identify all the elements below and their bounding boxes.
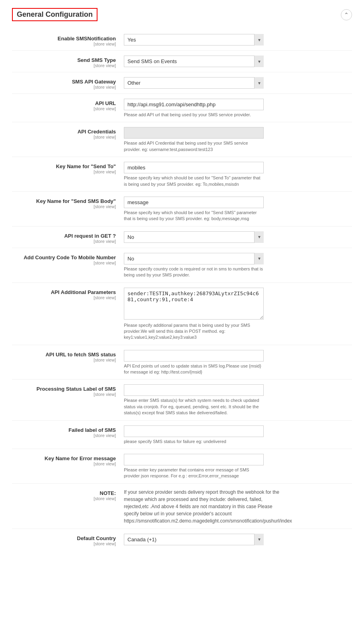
select-api_request_get[interactable]: NoYes xyxy=(124,231,264,243)
label-cell-api_url: API URL[store view] xyxy=(12,98,124,118)
select-default_country[interactable]: Canada (+1)United States (+1)United King… xyxy=(124,534,264,545)
store-view-label-send_sms_type: [store view] xyxy=(12,63,116,68)
field-label-send_sms_type: Send SMS Type xyxy=(12,57,116,63)
field-hint-failed_label_sms: please specify SMS status for failure eg… xyxy=(124,439,264,445)
select-add_country_code[interactable]: NoYes xyxy=(124,253,264,264)
field-cell-failed_label_sms: please specify SMS status for failure eg… xyxy=(124,425,352,445)
store-view-label-failed_label_sms: [store view] xyxy=(12,433,116,438)
form-row-api_url: API URL[store view]Please add API url th… xyxy=(12,94,352,122)
label-cell-enable_sms: Enable SMSNotification[store view] xyxy=(12,33,124,46)
form-row-processing_status_label: Processing Status Label of SMS[store vie… xyxy=(12,380,352,420)
field-cell-note: If your service provider sends delivery … xyxy=(124,488,352,525)
field-cell-processing_status_label: Please enter SMS status(s) for which sys… xyxy=(124,384,352,416)
field-hint-add_country_code: Please specify country code is required … xyxy=(124,266,264,278)
form-row-add_country_code: Add Country Code To Mobile Number[store … xyxy=(12,248,352,283)
label-cell-send_sms_type: Send SMS Type[store view] xyxy=(12,55,124,68)
store-view-label-api_request_get: [store view] xyxy=(12,239,116,244)
store-view-label-key_name_error_message: [store view] xyxy=(12,461,116,466)
select-wrapper-add_country_code: NoYes▾ xyxy=(124,253,264,264)
form-row-sms_api_gateway: SMS API Gateway[store view]OtherTwilioNe… xyxy=(12,72,352,94)
field-hint-key_name_error_message: Please enter key parameter that contains… xyxy=(124,467,264,479)
form-row-api_additional_params: API Additional Parameters[store view]sen… xyxy=(12,283,352,345)
label-cell-api_request_get: API request in GET ?[store view] xyxy=(12,231,124,244)
store-view-label-add_country_code: [store view] xyxy=(12,260,116,265)
password-input-api_credentials[interactable] xyxy=(124,127,264,139)
label-cell-add_country_code: Add Country Code To Mobile Number[store … xyxy=(12,252,124,278)
select-enable_sms[interactable]: YesNo xyxy=(124,34,264,46)
label-cell-key_name_error_message: Key Name for Error message[store view] xyxy=(12,453,124,479)
store-view-label-api_additional_params: [store view] xyxy=(12,295,116,300)
store-view-label-enable_sms: [store view] xyxy=(12,42,116,46)
field-label-key_name_send_sms_body: Key Name for "Send SMS Body" xyxy=(12,198,116,204)
label-cell-key_name_send_to: Key Name for "Send To"[store view] xyxy=(12,161,124,187)
store-view-label-api_url_fetch_status: [store view] xyxy=(12,358,116,362)
select-wrapper-default_country: Canada (+1)United States (+1)United King… xyxy=(124,534,264,545)
field-label-note: NOTE: xyxy=(12,490,116,496)
form-row-api_url_fetch_status: API URL to fetch SMS status[store view]A… xyxy=(12,345,352,380)
field-label-failed_label_sms: Failed label of SMS xyxy=(12,427,116,433)
field-label-api_url: API URL xyxy=(12,100,116,106)
form-row-failed_label_sms: Failed label of SMS[store view]please sp… xyxy=(12,421,352,449)
textarea-api_additional_params[interactable]: sender:TESTIN,authkey:268793ALytxrZI5c94… xyxy=(124,288,264,320)
form-row-default_country: Default Country[store view]Canada (+1)Un… xyxy=(12,529,352,550)
text-input-api_url_fetch_status[interactable] xyxy=(124,350,264,362)
label-cell-failed_label_sms: Failed label of SMS[store view] xyxy=(12,425,124,445)
store-view-label-key_name_send_to: [store view] xyxy=(12,169,116,174)
form-row-key_name_send_to: Key Name for "Send To"[store view]Please… xyxy=(12,157,352,192)
field-hint-key_name_send_to: Please specify key which should be used … xyxy=(124,175,264,187)
text-input-api_url[interactable] xyxy=(124,99,264,110)
store-view-label-api_url: [store view] xyxy=(12,106,116,111)
field-cell-api_credentials: Please add API Credential that being use… xyxy=(124,126,352,153)
label-cell-api_credentials: API Credentials[store view] xyxy=(12,126,124,153)
text-input-failed_label_sms[interactable] xyxy=(124,425,264,437)
field-cell-api_url: Please add API url that being used by yo… xyxy=(124,98,352,118)
select-wrapper-api_request_get: NoYes▾ xyxy=(124,231,264,243)
field-cell-api_request_get: NoYes▾ xyxy=(124,231,352,244)
page-title-wrapper: General Configuration ⌃ xyxy=(12,8,352,21)
store-view-label-sms_api_gateway: [store view] xyxy=(12,85,116,89)
field-cell-api_additional_params: sender:TESTIN,authkey:268793ALytxrZI5c94… xyxy=(124,287,352,341)
general-config-form: Enable SMSNotification[store view]YesNo▾… xyxy=(12,29,352,550)
note-text-note: If your service provider sends delivery … xyxy=(124,489,284,525)
field-label-add_country_code: Add Country Code To Mobile Number xyxy=(12,254,116,260)
label-cell-sms_api_gateway: SMS API Gateway[store view] xyxy=(12,76,124,89)
page-wrapper: General Configuration ⌃ Enable SMSNotifi… xyxy=(0,0,364,566)
field-label-sms_api_gateway: SMS API Gateway xyxy=(12,79,116,85)
field-hint-api_url: Please add API url that being used by yo… xyxy=(124,112,264,118)
text-input-key_name_send_to[interactable] xyxy=(124,162,264,173)
field-hint-processing_status_label: Please enter SMS status(s) for which sys… xyxy=(124,397,264,416)
page-title: General Configuration xyxy=(12,8,97,21)
label-cell-processing_status_label: Processing Status Label of SMS[store vie… xyxy=(12,384,124,416)
field-label-default_country: Default Country xyxy=(12,535,116,541)
text-input-key_name_send_sms_body[interactable] xyxy=(124,197,264,208)
collapse-button[interactable]: ⌃ xyxy=(341,9,352,20)
text-input-key_name_error_message[interactable] xyxy=(124,454,264,465)
field-cell-send_sms_type: Send SMS on EventsSend SMS on Schedule▾ xyxy=(124,55,352,68)
field-hint-api_url_fetch_status: API End points url used to update status… xyxy=(124,363,264,376)
form-row-note: NOTE:[store view]If your service provide… xyxy=(12,484,352,529)
field-label-key_name_send_to: Key Name for "Send To" xyxy=(12,163,116,169)
select-sms_api_gateway[interactable]: OtherTwilioNexmo xyxy=(124,77,264,89)
text-input-processing_status_label[interactable] xyxy=(124,384,264,396)
form-row-send_sms_type: Send SMS Type[store view]Send SMS on Eve… xyxy=(12,51,352,72)
field-cell-sms_api_gateway: OtherTwilioNexmo▾ xyxy=(124,76,352,89)
label-cell-key_name_send_sms_body: Key Name for "Send SMS Body"[store view] xyxy=(12,196,124,222)
field-hint-api_credentials: Please add API Credential that being use… xyxy=(124,140,264,153)
field-label-processing_status_label: Processing Status Label of SMS xyxy=(12,386,116,392)
field-label-api_credentials: API Credentials xyxy=(12,129,116,135)
field-cell-default_country: Canada (+1)United States (+1)United King… xyxy=(124,533,352,546)
store-view-label-default_country: [store view] xyxy=(12,541,116,546)
field-hint-key_name_send_sms_body: Please specify key which should be used … xyxy=(124,210,264,222)
store-view-label-processing_status_label: [store view] xyxy=(12,392,116,397)
select-wrapper-send_sms_type: Send SMS on EventsSend SMS on Schedule▾ xyxy=(124,56,264,67)
field-label-api_additional_params: API Additional Parameters xyxy=(12,289,116,295)
field-label-enable_sms: Enable SMSNotification xyxy=(12,36,116,42)
field-cell-key_name_send_sms_body: Please specify key which should be used … xyxy=(124,196,352,222)
field-hint-api_additional_params: Please specify additional params that is… xyxy=(124,322,264,341)
form-row-api_request_get: API request in GET ?[store view]NoYes▾ xyxy=(12,227,352,248)
form-row-key_name_send_sms_body: Key Name for "Send SMS Body"[store view]… xyxy=(12,192,352,227)
field-cell-enable_sms: YesNo▾ xyxy=(124,33,352,46)
label-cell-api_additional_params: API Additional Parameters[store view] xyxy=(12,287,124,341)
form-row-api_credentials: API Credentials[store view]Please add AP… xyxy=(12,122,352,157)
select-send_sms_type[interactable]: Send SMS on EventsSend SMS on Schedule xyxy=(124,56,264,67)
